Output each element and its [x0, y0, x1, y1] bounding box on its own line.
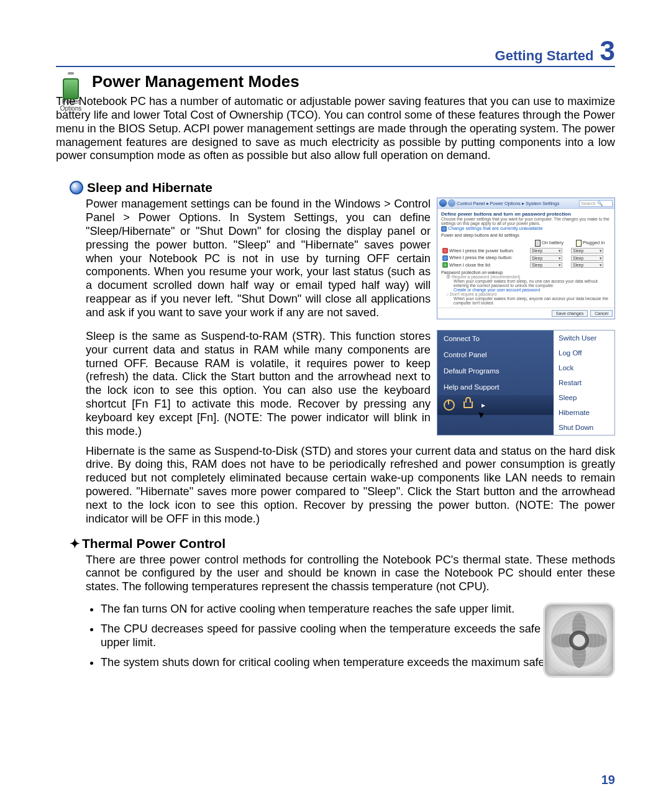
menu-log-off: Log Off [554, 345, 614, 360]
power-btn-battery-select: Sleep [530, 248, 562, 253]
cancel-button: Cancel [590, 310, 613, 317]
section-title: Getting Started [495, 48, 594, 64]
bullet-2: The CPU decreases speed for passive cool… [101, 623, 615, 650]
system-settings-screenshot: Control Panel ▸ Power Options ▸ System S… [437, 198, 615, 319]
start-menu-screenshot: Connect To Control Panel Default Program… [437, 330, 615, 436]
search-icon: 🔍 [597, 201, 603, 206]
sleep-paragraph-1: Power management settings can be found i… [86, 198, 431, 320]
sleep-paragraph-3: Hibernate is the same as Suspend-to-Disk… [86, 445, 615, 526]
create-password-link: Create or change your user account passw… [454, 288, 540, 292]
battery-icon [535, 240, 541, 247]
chapter-header: Getting Started 3 [56, 37, 615, 67]
sleep-paragraph-2: Sleep is the same as Suspend-to-RAM (STR… [86, 330, 431, 439]
fan-image [543, 603, 615, 678]
search-input: Search 🔍 [579, 200, 613, 207]
sleep-btn-plugged-select: Sleep [571, 255, 603, 261]
radio-require-pw: Require a password (recommended) [452, 275, 520, 279]
sys-section2: Password protection on wakeup [441, 270, 611, 275]
back-icon [439, 199, 447, 207]
heading-thermal: ✦ Thermal Power Control [70, 536, 615, 551]
sleep-section: Sleep and Hibernate Power management set… [56, 180, 615, 675]
heading-main: Power Management Modes [92, 72, 615, 91]
start-menu-help: Help and Support [437, 379, 554, 395]
sleep-btn-battery-select: Sleep [530, 255, 562, 261]
power-icon [444, 399, 455, 411]
shield-icon [441, 226, 447, 232]
start-menu-default-programs: Default Programs [437, 363, 554, 379]
thermal-icon: ✦ [70, 536, 78, 551]
thermal-paragraph: There are three power control methods fo… [86, 554, 615, 595]
sys-section1: Power and sleep buttons and lid settings [441, 233, 611, 237]
change-settings-link: Change settings that are currently unava… [441, 226, 611, 232]
menu-sleep: Sleep [554, 390, 614, 405]
battery-icon [61, 72, 81, 97]
menu-shut-down: Shut Down [554, 420, 614, 435]
radio1-desc: When your computer wakes from sleep, no … [454, 279, 611, 288]
heading-sleep-text: Sleep and Hibernate [87, 180, 212, 195]
sys-subtitle: Choose the power settings that you want … [441, 217, 611, 226]
chevron-right-icon: ▸ [482, 401, 485, 409]
chapter-number: 3 [600, 37, 615, 65]
page: Getting Started 3 Power Options Power Ma… [0, 0, 671, 812]
menu-hibernate: Hibernate [554, 405, 614, 420]
lid-icon [442, 262, 448, 268]
intro-paragraph: The Notebook PC has a number of automati… [56, 95, 615, 163]
lid-battery-select: Sleep [530, 262, 562, 268]
heading-sleep: Sleep and Hibernate [70, 180, 615, 195]
breadcrumb: Control Panel ▸ Power Options ▸ System S… [457, 201, 559, 206]
power-buttons-table: On battery Plugged in When I press the p… [441, 239, 611, 269]
heading-thermal-text: Thermal Power Control [82, 536, 226, 551]
sleep-icon [70, 181, 83, 194]
thermal-bullets: The fan turns ON for active cooling when… [86, 603, 615, 669]
sleep-button-icon [442, 255, 448, 261]
start-menu-control-panel: Control Panel [437, 347, 554, 363]
radio-no-pw: Don't require a password [450, 292, 496, 296]
menu-switch-user: Switch User [554, 331, 614, 345]
lid-plugged-select: Sleep [571, 262, 603, 268]
bullet-3: The system shuts down for critical cooli… [101, 656, 615, 670]
bullet-1: The fan turns ON for active cooling when… [101, 603, 615, 616]
menu-lock: Lock [554, 360, 614, 375]
sys-title: Define power buttons and turn on passwor… [441, 211, 611, 217]
title-row: Power Options Power Management Modes The… [56, 72, 615, 170]
page-number: 19 [601, 773, 615, 787]
start-menu-power-row: ▸ [437, 395, 554, 415]
lock-icon [463, 401, 473, 408]
power-button-icon [442, 248, 448, 253]
save-changes-button: Save changes [552, 310, 588, 317]
start-menu-connect-to: Connect To [437, 331, 554, 347]
power-btn-plugged-select: Sleep [571, 248, 603, 253]
radio2-desc: When your computer wakes from sleep, any… [454, 296, 611, 305]
plug-icon [576, 240, 582, 247]
forward-icon [448, 199, 455, 207]
menu-restart: Restart [554, 375, 614, 390]
